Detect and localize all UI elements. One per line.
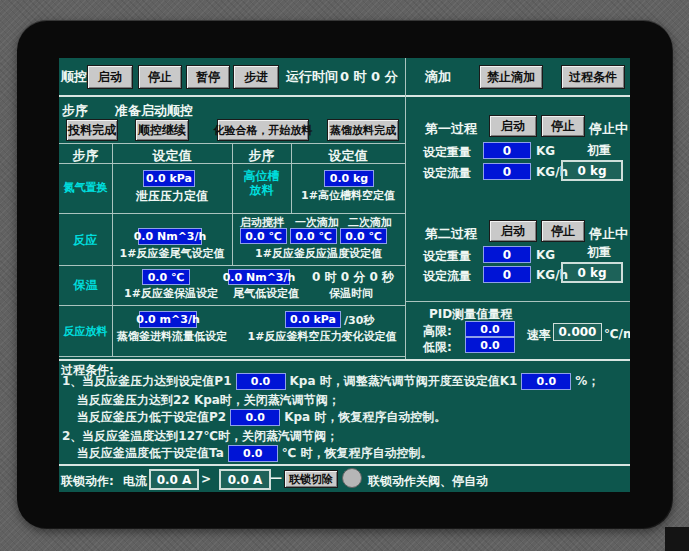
process2-weight-field[interactable]: 0 — [483, 246, 531, 263]
runtime-label: 运行时间 — [286, 68, 338, 86]
condition-1-text: 1、当反应釜压力达到设定值P1 — [62, 373, 232, 390]
desktop-background: 顺控 启动 停止 暂停 步进 运行时间 0 时 0 分 滴加 禁止滴加 过程条件… — [0, 0, 689, 551]
interlock-label: 联锁动作: — [61, 473, 114, 490]
pressure-change-label: 1#反应釜料空压力变化设定值 — [239, 329, 405, 344]
process-conditions-button[interactable]: 过程条件 — [561, 65, 625, 89]
condition-ta-field[interactable]: 0.0 — [228, 445, 278, 462]
hightank-label-line1: 高位槽 — [244, 169, 280, 183]
step-status-value: 准备启动顺控 — [115, 102, 193, 120]
pid-low-label: 低限: — [423, 339, 452, 356]
current-value-box: 0.0 A — [149, 469, 199, 490]
process2-weight-unit: KG — [536, 248, 555, 262]
hightank-label-line2: 放料 — [250, 183, 274, 197]
process2-initial-label: 初重 — [587, 244, 611, 261]
condition-1-text3: %； — [575, 373, 599, 390]
condition-line-5: 当反应釜温度低于设定值Ta 0.0 ℃ 时，恢复程序自动控制。 — [77, 445, 432, 462]
condition-1-text2: Kpa 时，调整蒸汽调节阀开度至设定值K1 — [290, 373, 518, 390]
tailgas-low-label: 尾气低设定值 — [228, 286, 304, 301]
forbid-drip-button[interactable]: 禁止滴加 — [479, 65, 543, 89]
table-border — [59, 305, 405, 306]
process2-initial-weight-box: 0 kg — [561, 262, 623, 283]
process2-start-button[interactable]: 启动 — [489, 220, 537, 242]
row-reaction-label: 反应 — [59, 232, 112, 249]
seq-step-button[interactable]: 步进 — [233, 65, 279, 89]
interlock-status-indicator — [342, 468, 362, 488]
seq-start-button[interactable]: 启动 — [87, 65, 133, 89]
process1-status: 停止中 — [589, 120, 628, 138]
current-label: 电流 — [123, 473, 147, 490]
condition-5-text: 当反应釜温度低于设定值Ta — [77, 445, 224, 462]
pid-high-field[interactable]: 0.0 — [465, 321, 515, 337]
process1-title: 第一过程 — [425, 120, 477, 138]
table-header-setpoint: 设定值 — [112, 147, 232, 165]
pressure-change-interval: /30秒 — [344, 313, 374, 328]
hightank-empty-field[interactable]: 0.0 kg — [324, 170, 374, 187]
condition-3-text2: Kpa 时，恢复程序自动控制。 — [284, 409, 446, 426]
stir-temp-field[interactable]: 0.0 ℃ — [240, 228, 287, 244]
process1-flow-label: 设定流量 — [423, 165, 471, 182]
test-pass-discharge-button[interactable]: 化验合格，开始放料 — [217, 119, 309, 141]
divider — [59, 359, 630, 361]
table-header-step: 步序 — [59, 147, 112, 165]
process2-flow-label: 设定流量 — [423, 268, 471, 285]
condition-p2-field[interactable]: 0.0 — [230, 409, 280, 426]
condition-p1-field[interactable]: 0.0 — [236, 373, 286, 390]
seq-pause-button[interactable]: 暂停 — [186, 65, 230, 89]
condition-line-1: 1、当反应釜压力达到设定值P1 0.0 Kpa 时，调整蒸汽调节阀开度至设定值K… — [62, 373, 599, 390]
process2-status: 停止中 — [589, 225, 628, 243]
process1-stop-button[interactable]: 停止 — [541, 115, 585, 137]
pid-rate-box: 0.000 — [553, 323, 602, 341]
relief-pressure-label: 泄压压力定值 — [112, 188, 232, 205]
process2-title: 第二过程 — [425, 225, 477, 243]
table-border — [59, 356, 405, 357]
process1-weight-label: 设定重量 — [423, 144, 471, 161]
condition-line-2: 当反应釜压力达到22 Kpa时，关闭蒸汽调节阀； — [77, 392, 340, 409]
pid-rate-unit: ℃/m — [604, 327, 630, 341]
pid-low-field[interactable]: 0.0 — [465, 337, 515, 353]
reaction-temp-label: 1#反应釜反应温度设定值 — [232, 246, 405, 261]
process1-weight-unit: KG — [536, 144, 555, 158]
condition-2-text: 当反应釜压力达到22 Kpa时，关闭蒸汽调节阀； — [77, 392, 340, 409]
seq-stop-button[interactable]: 停止 — [138, 65, 182, 89]
tailgas-setpoint-field[interactable]: 0.0 Nm^3/h — [138, 228, 202, 245]
interlock-cut-button[interactable]: 联锁切除 — [284, 470, 338, 488]
second-drip-temp-field[interactable]: 0.0 ℃ — [340, 228, 387, 244]
process1-flow-field[interactable]: 0 — [483, 163, 531, 180]
table-header-setpoint2: 设定值 — [291, 147, 405, 165]
divider — [405, 58, 406, 359]
process1-initial-weight-box: 0 kg — [561, 160, 623, 181]
pressure-change-field[interactable]: 0.0 kPa — [285, 311, 341, 328]
condition-4-text: 2、当反应釜温度达到127℃时，关闭蒸汽调节阀； — [62, 428, 338, 445]
seq-control-label: 顺控 — [61, 68, 87, 86]
hmi-screen: 顺控 启动 停止 暂停 步进 运行时间 0 时 0 分 滴加 禁止滴加 过程条件… — [59, 58, 630, 492]
first-drip-temp-field[interactable]: 0.0 ℃ — [290, 228, 337, 244]
insulation-temp-label: 1#反应釜保温设定 — [112, 286, 230, 301]
tailgas-low-field[interactable]: 0.0 Nm^3/h — [228, 269, 290, 285]
process1-weight-field[interactable]: 0 — [483, 142, 531, 159]
process2-weight-label: 设定重量 — [423, 248, 471, 265]
interlock-action-text: 联锁动作关阀、停自动 — [368, 473, 488, 490]
condition-3-text: 当反应釜压力低于设定值P2 — [77, 409, 226, 426]
condition-k1-field[interactable]: 0.0 — [521, 373, 571, 390]
row-discharge-label: 反应放料 — [59, 324, 112, 339]
condition-5-text2: ℃ 时，恢复程序自动控制。 — [282, 445, 433, 462]
process2-flow-field[interactable]: 0 — [483, 266, 531, 283]
process1-initial-label: 初重 — [587, 142, 611, 159]
divider — [59, 464, 630, 466]
greater-than-sign: > — [201, 472, 211, 486]
tailgas-setpoint-label: 1#反应釜尾气设定值 — [112, 246, 232, 261]
process2-stop-button[interactable]: 停止 — [541, 220, 585, 242]
insulation-time-value: 0 时 0 分 0 秒 — [304, 269, 402, 286]
step-label: 步序 — [62, 102, 88, 120]
distill-feed-low-field[interactable]: 0.0 m^3/h — [139, 311, 197, 328]
distill-done-button[interactable]: 蒸馏放料完成 — [327, 119, 399, 141]
insulation-temp-field[interactable]: 0.0 ℃ — [142, 269, 190, 285]
feed-done-button[interactable]: 投料完成 — [66, 119, 118, 141]
current-limit-box: 0.0 A — [219, 469, 271, 490]
table-header-step2: 步序 — [232, 147, 291, 165]
process1-start-button[interactable]: 启动 — [489, 115, 537, 137]
seq-continue-button[interactable]: 顺控继续 — [135, 119, 189, 141]
row-insulation-label: 保温 — [59, 277, 112, 294]
table-border — [59, 265, 405, 266]
relief-pressure-field[interactable]: 0.0 kPa — [143, 170, 195, 187]
